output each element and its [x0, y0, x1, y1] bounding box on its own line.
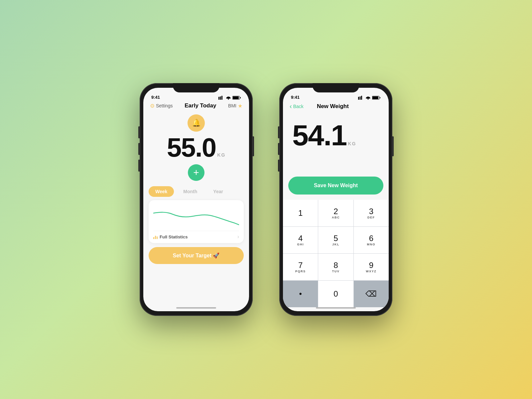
- numpad-key-3[interactable]: 3DEF: [354, 200, 389, 226]
- weight-display-1: 55.0 KG: [167, 134, 226, 161]
- back-label: Back: [293, 104, 304, 109]
- bell-circle[interactable]: 🔔: [188, 114, 205, 132]
- save-weight-button[interactable]: Save New Weight: [288, 177, 383, 195]
- phone-2: 9:41 ‹ Back New Weight 54.1 KG: [279, 83, 392, 316]
- plus-icon: +: [193, 168, 199, 178]
- numpad-key-8[interactable]: 8TUV: [318, 254, 353, 280]
- numpad-key-main-0: 1: [298, 209, 303, 217]
- chart-footer[interactable]: Full Statistics ›: [153, 231, 239, 240]
- tab-year[interactable]: Year: [206, 186, 230, 197]
- numpad-key-1[interactable]: 1: [283, 200, 318, 226]
- numpad-key-backspace[interactable]: ⌫: [354, 281, 389, 307]
- numpad-key-sub-5: MNO: [367, 243, 376, 246]
- full-statistics-label: Full Statistics: [160, 234, 188, 239]
- numpad-key-sub-7: TUV: [332, 270, 340, 273]
- back-chevron-icon: ‹: [290, 102, 292, 110]
- weight-unit-1: KG: [217, 152, 225, 158]
- numpad-key-main-2: 3: [369, 207, 373, 215]
- svg-rect-8: [360, 96, 361, 100]
- numpad-key-main-4: 5: [333, 234, 338, 242]
- star-icon: ★: [238, 103, 242, 109]
- nav-settings[interactable]: ⚙ Settings: [150, 103, 173, 109]
- bmi-label: BMI: [228, 103, 236, 108]
- numpad-key-2[interactable]: 2ABC: [318, 200, 353, 226]
- nav-bar-1: ⚙ Settings Early Today BMI ★: [143, 101, 249, 112]
- numpad-key-0[interactable]: 0: [318, 281, 353, 307]
- numpad-key-4[interactable]: 4GHI: [283, 227, 318, 253]
- numpad-key-sub-8: WXYZ: [366, 270, 376, 273]
- screen-1: 9:41 ⚙ Settings Early Today BMI ★ 🔔: [143, 88, 249, 311]
- numpad-key-main-8: 9: [369, 261, 373, 269]
- phone2-nav-title: New Weight: [317, 103, 349, 110]
- app-content-1: 🔔 55.0 KG + Week Month Year: [143, 112, 249, 307]
- chevron-right-icon: ›: [237, 234, 239, 240]
- status-icons-1: [218, 96, 241, 100]
- svg-rect-0: [218, 97, 219, 100]
- numpad-key-sub-4: JKL: [332, 243, 339, 246]
- svg-rect-2: [221, 96, 222, 100]
- svg-point-3: [228, 99, 229, 100]
- svg-point-10: [368, 99, 368, 100]
- bell-icon: 🔔: [192, 119, 201, 127]
- notch-1: [173, 83, 219, 92]
- numpad-key-7[interactable]: 7PQRS: [283, 254, 318, 280]
- chart-footer-left: Full Statistics: [153, 234, 188, 239]
- svg-rect-6: [240, 97, 241, 98]
- weight-value-2: 54.1: [292, 121, 346, 150]
- svg-rect-7: [358, 97, 359, 100]
- numpad-key-sub-2: DEF: [367, 216, 375, 219]
- home-indicator-1: [176, 307, 216, 309]
- phone-1: 9:41 ⚙ Settings Early Today BMI ★ 🔔: [140, 83, 253, 316]
- numpad-key-9[interactable]: 9WXYZ: [354, 254, 389, 280]
- svg-rect-5: [233, 96, 239, 99]
- chart-area: [153, 205, 239, 228]
- numpad-key-main-3: 4: [298, 234, 303, 242]
- tab-bar: Week Month Year: [149, 186, 244, 197]
- nav-bar-2: ‹ Back New Weight: [283, 101, 389, 113]
- settings-label: Settings: [156, 103, 173, 108]
- status-icons-2: [358, 96, 381, 100]
- weight-display-2: 54.1 KG: [283, 113, 389, 150]
- weight-unit-2: KG: [348, 141, 356, 146]
- numpad-key-main-1: 2: [333, 207, 338, 215]
- bar-chart-icon: [153, 234, 158, 239]
- chart-card: Full Statistics ›: [149, 200, 244, 243]
- screen-2: 9:41 ‹ Back New Weight 54.1 KG: [283, 88, 389, 311]
- status-time-1: 9:41: [151, 95, 160, 100]
- numpad-key-main-7: 8: [333, 261, 338, 269]
- home-indicator-2: [316, 307, 356, 309]
- svg-rect-1: [220, 96, 221, 100]
- status-time-2: 9:41: [291, 95, 300, 100]
- numpad-key-decimal[interactable]: •: [283, 281, 318, 307]
- tab-week[interactable]: Week: [149, 186, 174, 197]
- numpad-key-main-11: ⌫: [365, 290, 377, 298]
- phone2-content: 54.1 KG Save New Weight 12ABC3DEF4GHI5JK…: [283, 113, 389, 307]
- nav-bmi[interactable]: BMI ★: [228, 103, 242, 109]
- svg-rect-13: [380, 97, 380, 98]
- numpad-key-6[interactable]: 6MNO: [354, 227, 389, 253]
- numpad-key-main-5: 6: [369, 234, 373, 242]
- numpad: 12ABC3DEF4GHI5JKL6MNO7PQRS8TUV9WXYZ•0⌫: [283, 200, 389, 307]
- weight-value-1: 55.0: [167, 134, 216, 161]
- svg-rect-9: [361, 96, 362, 100]
- phone1-nav-title: Early Today: [185, 102, 216, 109]
- numpad-key-sub-6: PQRS: [295, 270, 306, 273]
- add-weight-button[interactable]: +: [188, 164, 204, 181]
- numpad-key-sub-3: GHI: [297, 243, 304, 246]
- numpad-key-main-9: •: [299, 290, 302, 298]
- tab-month[interactable]: Month: [177, 186, 204, 197]
- svg-rect-12: [372, 96, 378, 99]
- set-target-button[interactable]: Set Your Target 🚀: [149, 247, 244, 264]
- numpad-key-main-6: 7: [298, 261, 303, 269]
- numpad-key-sub-1: ABC: [332, 216, 340, 219]
- notch-2: [313, 83, 359, 92]
- numpad-key-5[interactable]: 5JKL: [318, 227, 353, 253]
- settings-icon: ⚙: [150, 103, 155, 109]
- numpad-key-main-10: 0: [333, 290, 338, 298]
- nav-back[interactable]: ‹ Back: [290, 102, 304, 110]
- chart-svg: [153, 205, 239, 228]
